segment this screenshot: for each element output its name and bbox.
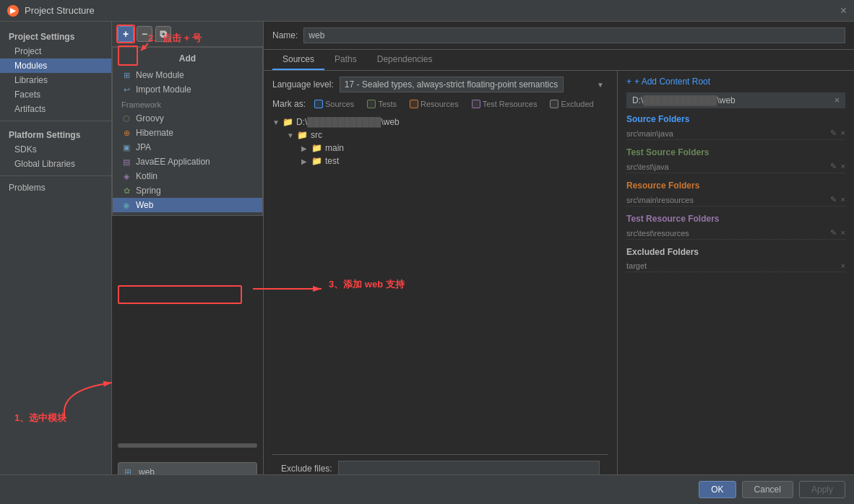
add-dropdown: Add ⊞ New Module ↩ Import Module Framewo…	[112, 47, 263, 216]
mark-as-resources[interactable]: Resources	[405, 98, 463, 110]
tab-dependencies[interactable]: Dependencies	[367, 50, 443, 70]
toolbar: + − ⧉	[112, 22, 263, 47]
test-resource-folder-actions-0: ✎ ×	[830, 228, 845, 238]
test-source-folders-section: Test Source Folders src\test\java ✎ ×	[626, 147, 845, 173]
source-folders-title: Source Folders	[626, 114, 845, 124]
sidebar: Project Settings Project Modules Librari…	[0, 22, 112, 504]
name-input[interactable]	[303, 27, 845, 43]
web-icon: ◉	[121, 200, 131, 210]
content-root-close-button[interactable]: ×	[834, 95, 840, 105]
ok-button[interactable]: OK	[699, 481, 736, 498]
add-content-root-button[interactable]: + + Add Content Root	[626, 77, 845, 87]
framework-spring[interactable]: ✿ Spring	[113, 183, 262, 198]
test-folder-icon: 📁	[311, 156, 322, 166]
root-folder-icon: 📁	[282, 117, 293, 127]
framework-jpa[interactable]: ▣ JPA	[113, 140, 262, 155]
src-folder-icon: 📁	[297, 130, 308, 140]
content-split: Language level: 17 - Sealed types, alway…	[264, 71, 854, 504]
tab-paths[interactable]: Paths	[324, 50, 367, 70]
resource-folder-remove-0[interactable]: ×	[841, 195, 845, 204]
test-source-folder-entry-0: src\test\java ✎ ×	[626, 160, 845, 173]
test-source-folder-path-0: src\test\java	[626, 162, 830, 171]
test-resource-folder-entry-0: src\test\resources ✎ ×	[626, 227, 845, 240]
lang-label: Language level:	[272, 79, 334, 90]
source-folders-section: Source Folders src\main\java ✎ ×	[626, 114, 845, 140]
framework-groovy[interactable]: ⬡ Groovy	[113, 111, 262, 126]
tree-node-src[interactable]: ▼ 📁 src	[272, 129, 608, 142]
tree-arrow-main: ▶	[301, 144, 309, 152]
module-list: ⊞ web	[112, 216, 263, 504]
framework-web[interactable]: ◉ Web	[113, 198, 262, 212]
mark-as-test-resources[interactable]: Test Resources	[467, 98, 542, 110]
new-module-item[interactable]: ⊞ New Module	[113, 68, 262, 82]
mark-as-excluded[interactable]: Excluded	[545, 98, 598, 110]
kotlin-icon: ◈	[121, 171, 131, 181]
mark-as-tests[interactable]: Tests	[363, 98, 401, 110]
select-arrow-icon: ▼	[597, 81, 604, 89]
sidebar-item-problems[interactable]: Problems	[0, 181, 111, 195]
resource-folders-title: Resource Folders	[626, 181, 845, 191]
language-level-row: Language level: 17 - Sealed types, alway…	[272, 77, 608, 92]
framework-javaee[interactable]: ▤ JavaEE Application	[113, 155, 262, 169]
platform-settings-header: Platform Settings	[0, 126, 111, 142]
javaee-icon: ▤	[121, 157, 131, 167]
sidebar-item-project[interactable]: Project	[0, 44, 111, 58]
source-folder-actions-0: ✎ ×	[830, 129, 845, 138]
tab-sources[interactable]: Sources	[272, 50, 324, 70]
import-module-item[interactable]: ↩ Import Module	[113, 82, 262, 97]
source-folder-remove-0[interactable]: ×	[841, 129, 845, 138]
import-module-icon: ↩	[121, 84, 131, 95]
new-module-icon: ⊞	[121, 70, 131, 80]
resource-folders-section: Resource Folders src\main\resources ✎ ×	[626, 181, 845, 207]
resources-icon	[410, 100, 418, 108]
scrollbar[interactable]	[118, 443, 257, 448]
mark-as-label: Mark as:	[272, 99, 306, 109]
framework-hibernate[interactable]: ⊕ Hibernate	[113, 126, 262, 140]
source-folder-edit-0[interactable]: ✎	[830, 129, 837, 138]
test-source-folders-title: Test Source Folders	[626, 147, 845, 157]
excluded-icon	[550, 100, 558, 108]
content-root-header: D:\████████████\web ×	[626, 92, 845, 108]
mark-as-sources[interactable]: Sources	[310, 98, 358, 110]
sidebar-item-libraries[interactable]: Libraries	[0, 73, 111, 87]
sidebar-item-artifacts[interactable]: Artifacts	[0, 102, 111, 116]
name-label: Name:	[272, 30, 298, 40]
test-resource-folder-edit-0[interactable]: ✎	[830, 228, 837, 238]
sidebar-item-modules[interactable]: Modules	[0, 58, 111, 73]
resource-folder-entry-0: src\main\resources ✎ ×	[626, 194, 845, 207]
tree-node-test[interactable]: ▶ 📁 test	[272, 155, 608, 168]
lang-select-wrapper: 17 - Sealed types, always-strict floatin…	[340, 77, 608, 92]
source-folder-entry-0: src\main\java ✎ ×	[626, 127, 845, 140]
remove-module-button[interactable]: −	[137, 26, 152, 42]
apply-button[interactable]: Apply	[799, 481, 845, 498]
test-resource-folders-title: Test Resource Folders	[626, 214, 845, 224]
add-module-button[interactable]: +	[118, 26, 134, 42]
copy-module-button[interactable]: ⧉	[155, 26, 171, 42]
tree-node-root[interactable]: ▼ 📁 D:\████████████\web	[272, 116, 608, 129]
sidebar-item-sdks[interactable]: SDKs	[0, 142, 111, 157]
main-label: main	[325, 143, 344, 153]
groovy-icon: ⬡	[121, 113, 131, 123]
sidebar-item-global-libraries[interactable]: Global Libraries	[0, 157, 111, 171]
mark-as-row: Mark as: Sources Tests Resources	[272, 98, 608, 110]
resource-folder-actions-0: ✎ ×	[830, 195, 845, 204]
tree-node-main[interactable]: ▶ 📁 main	[272, 142, 608, 155]
cancel-button[interactable]: Cancel	[742, 481, 793, 498]
source-folder-path-0: src\main\java	[626, 129, 830, 138]
test-source-folder-edit-0[interactable]: ✎	[830, 162, 837, 171]
hibernate-icon: ⊕	[121, 128, 131, 138]
test-resource-folder-remove-0[interactable]: ×	[841, 228, 845, 238]
excluded-folders-title: Excluded Folders	[626, 247, 845, 257]
project-settings-header: Project Settings	[0, 27, 111, 44]
close-button[interactable]: ×	[840, 4, 847, 17]
framework-kotlin[interactable]: ◈ Kotlin	[113, 169, 262, 183]
test-source-folder-remove-0[interactable]: ×	[841, 162, 845, 171]
lang-select[interactable]: 17 - Sealed types, always-strict floatin…	[340, 77, 564, 92]
resource-folder-path-0: src\main\resources	[626, 196, 830, 204]
test-resource-folder-path-0: src\test\resources	[626, 229, 830, 238]
excluded-folders-section: Excluded Folders target ×	[626, 247, 845, 272]
resource-folder-edit-0[interactable]: ✎	[830, 195, 837, 204]
excluded-folder-remove-0[interactable]: ×	[841, 261, 845, 270]
sidebar-item-facets[interactable]: Facets	[0, 87, 111, 102]
spring-icon: ✿	[121, 186, 131, 196]
